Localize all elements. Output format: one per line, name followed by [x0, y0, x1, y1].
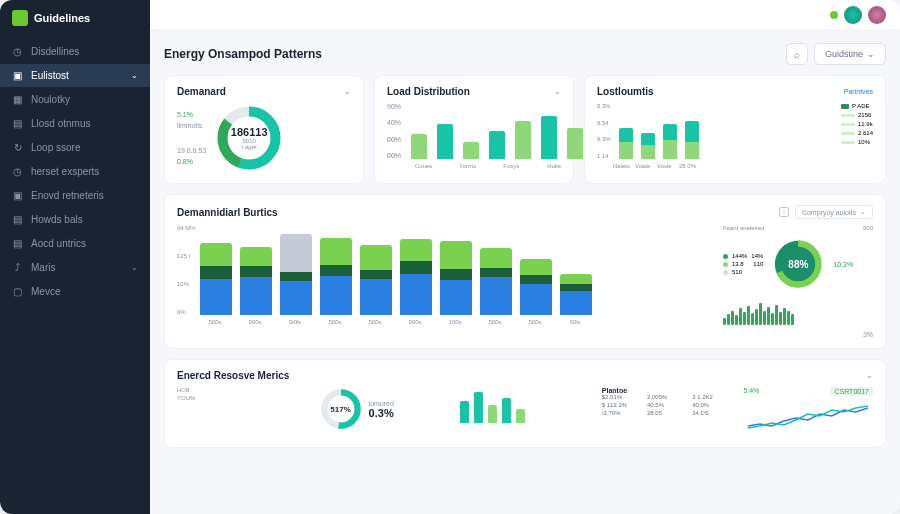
chevron-down-icon: ⌄	[131, 263, 138, 272]
demand-title: Demanard	[177, 86, 226, 97]
resolve-title: Enercd Resosve Merics	[177, 370, 289, 381]
chevron-down-icon: ⌄	[860, 208, 866, 216]
sidebar-item-0[interactable]: ◷Disdellines	[0, 40, 150, 63]
sidebar-item-8[interactable]: ▤Aocd untrics	[0, 232, 150, 255]
shield-icon: ▣	[12, 190, 23, 201]
resolve-line-chart	[743, 396, 873, 436]
lost-yaxis: 8.3%9.548.3%1.14	[597, 103, 611, 159]
chevron-down-icon: ⌄	[131, 71, 138, 80]
guideline-dropdown[interactable]: Guidstine⌄	[814, 43, 886, 65]
grid-icon: ▦	[12, 94, 23, 105]
bursts-xaxis: 500s900s5t0ls500s500s900s100s500s500s50l…	[199, 319, 713, 325]
bursts-title: Demannidiarl Burtics	[177, 207, 278, 218]
layers-icon: ▤	[12, 118, 23, 129]
load-yaxis: 90%40%00%00%	[387, 103, 401, 159]
demand-kpi-b: 0.8%	[177, 158, 206, 165]
demand-kpi-a: 19 6.8.53	[177, 147, 206, 154]
search-icon: ⌕	[794, 49, 800, 60]
resolve-bars-card	[460, 387, 590, 437]
demand-donut: 186113 5010 t aget	[214, 103, 284, 173]
bursts-bars	[200, 225, 713, 315]
load-title: Load Distribution	[387, 86, 470, 97]
resolve-donut-card: 517% lomored0.3%	[319, 387, 449, 437]
bursts-card: Demannidiarl Burtics ↑ Compryoy auloits⌄…	[164, 194, 886, 349]
clock-icon: ◷	[12, 46, 23, 57]
lost-legend: P ADE 2156 11.9k 2.614 10%	[841, 103, 873, 159]
chevron-down-icon[interactable]: ⌄	[344, 87, 351, 96]
demand-donut-value: 186113	[231, 126, 268, 138]
chevron-down-icon[interactable]: ⌄	[554, 87, 561, 96]
brand-name: Guidelines	[34, 12, 90, 24]
lost-title: Lostloumtis	[597, 86, 654, 97]
side-title-val: 500	[863, 225, 873, 231]
list-icon: ▤	[12, 238, 23, 249]
bursts-mini-donut: 88%	[771, 237, 825, 291]
topbar	[150, 0, 900, 31]
chevron-down-icon: ⌄	[867, 49, 875, 59]
loop-icon: ↻	[12, 142, 23, 153]
sidebar-item-6[interactable]: ▣Enovd retneteris	[0, 184, 150, 207]
load-card: Load Distribution⌄ 90%40%00%00%	[374, 75, 574, 184]
bursts-yaxis: 04 M%125 t10%6%	[177, 225, 196, 315]
spark-label: 3%	[723, 331, 873, 338]
sidebar-item-2[interactable]: ▦Noulotky	[0, 88, 150, 111]
brand-logo: Guidelines	[0, 0, 150, 36]
doc-icon: ▤	[12, 214, 23, 225]
demand-kpi-note: llminotls	[177, 122, 206, 129]
chevron-down-icon[interactable]: ⌄	[866, 371, 873, 380]
resolve-m1: HO8YOU%	[177, 387, 307, 437]
avatar-1[interactable]	[844, 6, 862, 24]
sidebar: Guidelines ◷Disdellines ▣Eulistost⌄ ▦Nou…	[0, 0, 150, 514]
sidebar-item-4[interactable]: ↻Loop ssore	[0, 136, 150, 159]
params-link[interactable]: Parintves	[844, 88, 873, 95]
side-title: Feant anelesed	[723, 225, 764, 231]
side-kpis: 144%14% 13.8110 510	[723, 253, 763, 275]
box-icon: ▣	[12, 70, 23, 81]
sidebar-item-7[interactable]: ▤Howds bals	[0, 208, 150, 231]
resolve-table-card: Plantoe $2.01%2,005%2 1.2K2 $ 112.2%40.5…	[602, 387, 732, 437]
chart-icon: ⤴	[12, 262, 23, 273]
bursts-sub-pct: 10.3%	[833, 261, 853, 268]
resolve-line-card: 5:4%CSRT0017	[743, 387, 873, 437]
sidebar-nav: ◷Disdellines ▣Eulistost⌄ ▦Noulotky ▤Llos…	[0, 36, 150, 307]
sidebar-item-5[interactable]: ◷herset exsperts	[0, 160, 150, 183]
resolve-card: Enercd Resosve Merics⌄ HO8YOU% 517% lomo…	[164, 359, 886, 448]
page-icon: ▢	[12, 286, 23, 297]
demand-kpi-pct: 5.1%	[177, 111, 206, 118]
clock-icon: ◷	[12, 166, 23, 177]
bursts-filter-dropdown[interactable]: Compryoy auloits⌄	[795, 205, 873, 219]
sidebar-item-9[interactable]: ⤴Maris⌄	[0, 256, 150, 279]
bursts-sparkline	[723, 301, 873, 325]
search-button[interactable]: ⌕	[786, 43, 808, 65]
sidebar-item-10[interactable]: ▢Mevce	[0, 280, 150, 303]
lost-card: LostloumtisParintves 8.3%9.548.3%1.14	[584, 75, 886, 184]
shield-icon: ↑	[779, 207, 789, 217]
demand-card: Demanard⌄ 5.1% llminotls 19 6.8.53 0.8%	[164, 75, 364, 184]
lost-xaxis: NaletsVoateVosle28.0%	[597, 163, 873, 169]
load-bars	[411, 103, 609, 159]
load-xaxis: CouesYormoFosysHolle	[387, 163, 561, 169]
main-content: Energy Onsampod Patterns ⌕ Guidstine⌄ De…	[150, 0, 900, 514]
sidebar-item-3[interactable]: ▤Llosd otnmus	[0, 112, 150, 135]
avatar-2[interactable]	[868, 6, 886, 24]
demand-donut-foot: t aget	[242, 144, 257, 150]
bursts-donut-pct: 88%	[771, 237, 825, 291]
lost-bars	[619, 103, 699, 159]
logo-icon	[12, 10, 28, 26]
page-title: Energy Onsampod Patterns	[164, 47, 322, 61]
sidebar-item-1[interactable]: ▣Eulistost⌄	[0, 64, 150, 87]
status-dot-icon	[830, 11, 838, 19]
